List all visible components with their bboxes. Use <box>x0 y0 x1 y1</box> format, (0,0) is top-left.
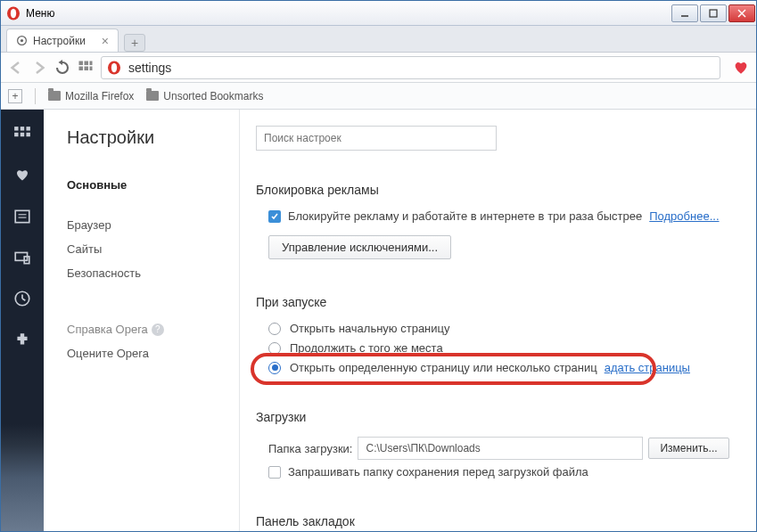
section-startup-title: При запуске <box>256 295 735 309</box>
left-rail <box>1 110 44 531</box>
folder-icon <box>146 91 159 101</box>
radio-icon[interactable] <box>268 323 281 335</box>
svg-point-15 <box>111 62 117 71</box>
heart-icon[interactable] <box>733 60 749 76</box>
svg-rect-17 <box>21 127 24 130</box>
svg-rect-22 <box>15 210 29 222</box>
download-folder-label: Папка загрузки: <box>268 442 352 455</box>
svg-rect-19 <box>14 133 18 136</box>
section-downloads-title: Загрузки <box>256 410 735 424</box>
sync-icon[interactable] <box>13 249 31 266</box>
help-icon: ? <box>152 323 164 336</box>
svg-rect-8 <box>79 61 84 65</box>
maximize-button[interactable] <box>700 4 727 22</box>
checkbox-checked-icon[interactable] <box>268 210 281 223</box>
download-folder-input[interactable] <box>358 437 643 460</box>
sidebar-item-rate[interactable]: Оцените Opera <box>67 341 239 365</box>
svg-rect-11 <box>79 66 84 70</box>
speed-dial-button[interactable] <box>78 60 94 76</box>
tab-strip: Настройки × + <box>1 26 756 53</box>
svg-point-1 <box>11 8 16 17</box>
svg-rect-13 <box>90 66 93 70</box>
url-input[interactable] <box>128 61 714 75</box>
folder-icon <box>48 91 61 101</box>
svg-rect-10 <box>90 61 93 65</box>
svg-rect-16 <box>14 127 18 130</box>
nav-toolbar <box>1 53 756 83</box>
settings-sidebar: Настройки Основные Браузер Сайты Безопас… <box>44 110 240 531</box>
history-icon[interactable] <box>13 290 31 307</box>
change-folder-button[interactable]: Изменить... <box>648 438 728 459</box>
settings-content: Блокировка рекламы Блокируйте рекламу и … <box>240 110 756 531</box>
speed-dial-icon[interactable] <box>13 126 31 143</box>
new-tab-button[interactable]: + <box>124 34 145 52</box>
minimize-button[interactable] <box>671 4 698 22</box>
bookmark-folder[interactable]: Mozilla Firefox <box>48 90 134 102</box>
checkbox-unchecked-icon[interactable] <box>268 466 281 479</box>
startup-option-continue[interactable]: Продолжить с того же места <box>268 341 735 355</box>
close-button[interactable] <box>728 4 755 22</box>
forward-button[interactable] <box>31 60 47 76</box>
divider <box>35 88 36 104</box>
bookmarks-bar: + Mozilla Firefox Unsorted Bookmarks <box>1 83 756 110</box>
adblock-checkbox-row[interactable]: Блокируйте рекламу и работайте в интерне… <box>268 209 735 223</box>
sidebar-item-browser[interactable]: Браузер <box>67 213 239 237</box>
add-bookmark-button[interactable]: + <box>8 89 22 103</box>
startup-option-home[interactable]: Открыть начальную страницу <box>268 322 735 335</box>
tab-close-icon[interactable]: × <box>102 35 109 47</box>
window-titlebar: Меню <box>1 1 756 26</box>
bookmark-folder[interactable]: Unsorted Bookmarks <box>146 90 263 102</box>
sidebar-item-security[interactable]: Безопасность <box>67 261 239 285</box>
opera-page-icon <box>107 61 121 75</box>
svg-rect-3 <box>710 10 717 17</box>
tab-settings[interactable]: Настройки × <box>6 29 119 52</box>
back-button[interactable] <box>8 60 24 76</box>
svg-point-7 <box>21 39 23 42</box>
gear-icon <box>16 35 28 46</box>
extensions-icon[interactable] <box>13 331 31 348</box>
manage-exceptions-button[interactable]: Управление исключениями... <box>268 235 451 259</box>
opera-logo-icon <box>6 6 21 20</box>
menu-label[interactable]: Меню <box>26 7 54 20</box>
section-adblock-title: Блокировка рекламы <box>256 183 735 197</box>
set-pages-link[interactable]: адать страницы <box>605 361 690 374</box>
bookmarks-icon[interactable] <box>13 167 31 184</box>
sidebar-item-help[interactable]: Справка Opera? <box>67 317 239 341</box>
search-settings-input[interactable] <box>256 126 497 151</box>
page-title: Настройки <box>67 127 239 148</box>
sidebar-item-sites[interactable]: Сайты <box>67 237 239 261</box>
radio-checked-icon[interactable] <box>268 362 281 374</box>
svg-line-29 <box>22 299 25 300</box>
radio-icon[interactable] <box>268 342 281 355</box>
address-bar[interactable] <box>101 56 720 79</box>
reload-button[interactable] <box>54 60 70 76</box>
svg-rect-21 <box>26 133 29 136</box>
tab-title: Настройки <box>33 35 86 47</box>
ask-folder-checkbox-row[interactable]: Запрашивать папку сохранения перед загру… <box>268 465 735 479</box>
section-bookmarks-panel-title: Панель закладок <box>256 514 735 528</box>
startup-option-specific[interactable]: Открыть определенную страницу или нескол… <box>268 361 735 374</box>
svg-rect-9 <box>85 61 89 65</box>
learn-more-link[interactable]: Подробнее... <box>649 209 719 223</box>
svg-rect-20 <box>21 133 24 136</box>
svg-rect-12 <box>85 66 89 70</box>
news-icon[interactable] <box>13 208 31 225</box>
sidebar-item-basic[interactable]: Основные <box>67 173 239 197</box>
svg-rect-18 <box>26 127 29 130</box>
rail-background-image <box>1 424 44 531</box>
